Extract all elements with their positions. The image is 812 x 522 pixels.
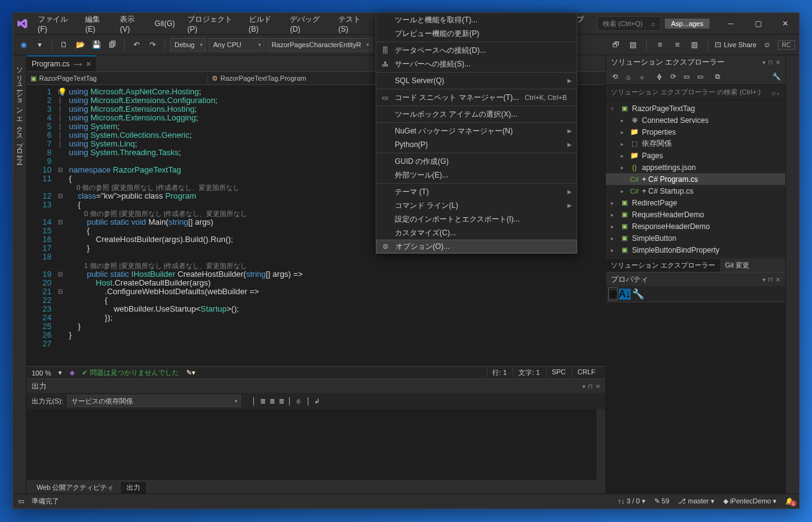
category-icon[interactable]: ⊞ [608, 287, 618, 300]
output-tb-icon[interactable]: ≣ [279, 397, 284, 405]
close-icon[interactable]: ✕ [86, 60, 91, 68]
maximize-button[interactable]: ▢ [744, 13, 772, 34]
output-tab[interactable]: 出力 [120, 481, 147, 493]
output-tb-icon[interactable]: ≣ [269, 397, 275, 405]
menu-item[interactable]: 外部ツール(E)... [376, 168, 577, 182]
output-tb-icon[interactable]: ≣ [260, 397, 266, 405]
close-icon[interactable]: ✕ [595, 383, 600, 390]
close-button[interactable]: ✕ [772, 13, 799, 34]
notifications-icon[interactable]: 🔔 [785, 497, 794, 505]
wrench-icon[interactable]: 🔧 [632, 288, 644, 300]
tb-icon[interactable]: ▭ [680, 71, 693, 83]
spc-indicator[interactable]: SPC [546, 368, 571, 377]
undo-button[interactable]: ↶ [130, 38, 143, 52]
project-badge[interactable]: Asp...ages [665, 19, 710, 29]
close-icon[interactable]: ✕ [775, 276, 780, 283]
menu-item[interactable]: テーマ (T)▶ [376, 185, 577, 199]
tb-icon[interactable]: 🔧 [770, 71, 783, 83]
panel-tab[interactable]: Git 変更 [720, 259, 754, 272]
menu-item[interactable]: 設定のインポートとエクスポート(I)... [376, 212, 577, 226]
menu-item[interactable]: コマンド ライン(L)▶ [376, 199, 577, 212]
nav-fwd-button[interactable]: ▾ [33, 38, 47, 52]
menu-item[interactable]: 🖧サーバーへの接続(S)... [376, 57, 577, 71]
tb-icon[interactable]: ⧉ [711, 71, 724, 83]
git-changes[interactable]: ↑↓ 3 / 0 ▾ [618, 497, 646, 505]
save-all-button[interactable]: 🗐 [106, 38, 119, 52]
tree-row[interactable]: ▸📁Pages [606, 150, 785, 161]
menu-item[interactable]: ⚙オプション(O)... [376, 240, 577, 253]
output-tb-icon[interactable]: ↲ [314, 397, 320, 405]
tb-icon[interactable]: ▭ [694, 71, 706, 83]
menu-item[interactable]: プロジェクト(P) [181, 13, 243, 34]
tree-row[interactable]: ▸▣RequestHeaderDemo [606, 209, 785, 220]
line-indicator[interactable]: 行: 1 [487, 368, 512, 377]
tools-dropdown-menu[interactable]: ツールと機能を取得(T)...プレビュー機能の更新(P)🗄データベースへの接続(… [376, 12, 577, 254]
close-icon[interactable]: ✕ [775, 59, 780, 66]
tb-icon[interactable]: ⌂ [622, 71, 634, 83]
menu-item[interactable]: SQL Server(Q)▶ [376, 74, 577, 88]
menu-item[interactable]: 表示(V) [114, 13, 148, 34]
tb-icon[interactable]: ⟐ [636, 71, 648, 83]
new-button[interactable]: 🗋 [57, 38, 71, 52]
menu-item[interactable]: NuGet パッケージ マネージャー(N)▶ [376, 124, 577, 138]
output-body[interactable] [27, 409, 605, 480]
doctab-program[interactable]: Program.cs ⟿ ✕ [27, 55, 96, 71]
tb-icon[interactable]: 🗗 [609, 38, 623, 52]
brush-icon[interactable]: ✎▾ [186, 369, 196, 377]
dropdown-icon[interactable]: ▾ [582, 383, 585, 390]
dropdown-icon[interactable]: ▾ [762, 59, 765, 66]
panel-tab[interactable]: ソリューション エクスプローラー [606, 259, 720, 272]
tree-row[interactable]: ▸▣SimpleButton [606, 232, 785, 244]
output-tb-icon[interactable]: ⨴ [295, 397, 302, 405]
pin-icon[interactable]: ⊓ [768, 276, 773, 283]
menu-item[interactable]: ツールボックス アイテムの選択(X)... [376, 107, 577, 121]
tree-row[interactable]: ▸▣ResponseHeaderDemo [606, 220, 785, 232]
tree-row[interactable]: ▸📁Properties [606, 126, 785, 138]
search-box[interactable]: 検索 (Ctrl+Q) ⌕ [597, 16, 661, 31]
menu-item[interactable]: Python(P)▶ [376, 138, 577, 151]
solution-search[interactable]: ソリューション エクスプローラー の検索 (Ctrl+:) ⌕▾ [606, 85, 785, 100]
col-indicator[interactable]: 文字: 1 [513, 368, 544, 377]
output-tab[interactable]: Web 公開アクティビティ [30, 482, 120, 493]
tree-row[interactable]: C#+ C# Program.cs [606, 173, 785, 185]
menu-item[interactable]: ▭コード スニペット マネージャー(T)...Ctrl+K, Ctrl+B [376, 91, 577, 104]
liveshare-button[interactable]: ⮹Live Share [715, 41, 757, 48]
nav-back-button[interactable]: ◉ [17, 38, 30, 52]
tree-row[interactable]: ▿▣RazorPageTextTag [606, 102, 785, 114]
alpha-icon[interactable]: A↓ [619, 289, 631, 300]
scrollbar[interactable] [597, 409, 605, 480]
menu-item[interactable]: 編集(E) [79, 13, 114, 34]
menu-item[interactable]: プレビュー機能の更新(P) [376, 27, 577, 40]
tree-row[interactable]: ▸{}appsettings.json [606, 161, 785, 173]
tb-icon[interactable]: ▤ [626, 38, 640, 52]
platform-combo[interactable]: Any CPU [209, 38, 264, 52]
tree-row[interactable]: ▸▣RedirectPage [606, 197, 785, 209]
menu-item[interactable]: 🗄データベースへの接続(D)... [376, 43, 577, 57]
zoom-level[interactable]: 100 % [32, 369, 51, 377]
menu-item[interactable]: デバッグ(D) [284, 13, 332, 34]
config-combo[interactable]: Debug [170, 38, 206, 52]
menu-item[interactable]: ツールと機能を取得(T)... [376, 13, 577, 27]
nav-project[interactable]: ▣RazorPageTextTag [27, 74, 208, 83]
tb-icon[interactable]: ᚖ [653, 71, 665, 83]
menu-item[interactable]: カスタマイズ(C)... [376, 226, 577, 240]
nav-type[interactable]: ⚙RazorPageTextTag.Program [208, 74, 389, 83]
git-repo[interactable]: ◆ iPentecDemo ▾ [723, 497, 777, 505]
tree-row[interactable]: ▸▣SimpleButtonBindProperty [606, 244, 785, 256]
minimize-button[interactable]: ─ [717, 13, 744, 34]
dropdown-icon[interactable]: ▾ [762, 276, 765, 283]
pin-icon[interactable]: ⊓ [768, 59, 773, 66]
tree-row[interactable]: ▸C#+ C# Startup.cs [606, 185, 785, 197]
feedback-icon[interactable]: ☺ [760, 38, 774, 52]
crlf-indicator[interactable]: CRLF [572, 368, 600, 377]
redo-button[interactable]: ↷ [146, 38, 160, 52]
tb-icon[interactable]: ≡ [670, 38, 684, 52]
git-pencil[interactable]: ✎ 59 [654, 497, 669, 505]
menu-item[interactable]: Git(G) [148, 13, 181, 34]
tree-row[interactable]: ▸⬚依存関係 [606, 138, 785, 150]
tb-icon[interactable]: ⟲ [608, 71, 621, 83]
pin-icon[interactable]: ⊓ [588, 383, 593, 390]
startup-combo[interactable]: RazorPagesCharacterEntityR [267, 38, 372, 52]
tb-icon[interactable]: ⟳ [667, 71, 679, 83]
menu-item[interactable]: ビルド(B) [243, 13, 284, 34]
